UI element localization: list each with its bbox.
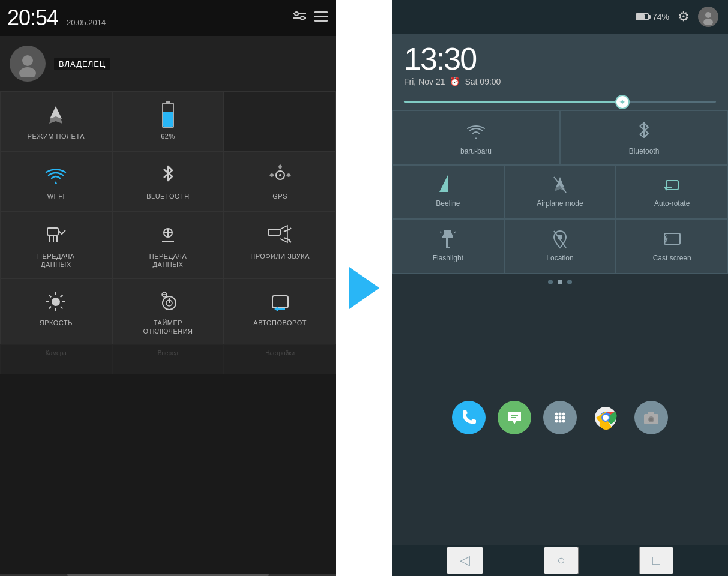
svg-point-57 xyxy=(562,413,565,416)
tile-brightness[interactable]: ЯРКОСТЬ xyxy=(0,278,112,345)
svg-point-10 xyxy=(279,174,281,176)
tile-bluetooth[interactable]: BLUETOOTH xyxy=(112,152,224,212)
qs-castscreen-icon xyxy=(663,229,681,250)
list-icon[interactable] xyxy=(313,10,329,26)
qs-airplane-icon xyxy=(551,174,569,196)
svg-point-61 xyxy=(555,420,558,423)
data-transfer2-icon xyxy=(157,223,179,247)
svg-rect-32 xyxy=(272,296,288,308)
svg-line-40 xyxy=(644,133,648,137)
right-time-section: 13:30 Fri, Nov 21 ⏰ Sat 09:00 xyxy=(392,34,728,94)
qs-wifi-icon xyxy=(466,121,486,142)
tile-timer-label: ТАЙМЕРОТКЛЮЧЕНИЯ xyxy=(143,319,193,336)
dock-chrome-icon[interactable] xyxy=(589,401,622,434)
svg-rect-11 xyxy=(47,228,58,235)
equalizer-icon[interactable] xyxy=(292,10,307,26)
qs-autorotate-icon xyxy=(663,174,681,196)
left-time: 20:54 xyxy=(7,5,58,31)
svg-point-7 xyxy=(22,55,33,66)
tile-bluetooth-label: BLUETOOTH xyxy=(146,192,190,200)
svg-point-62 xyxy=(559,420,562,423)
qs-autorotate-label: Auto-rotate xyxy=(654,199,690,208)
svg-point-35 xyxy=(703,19,713,25)
tile-airplane[interactable]: РЕЖИМ ПОЛЕТА xyxy=(0,92,112,152)
tile-battery[interactable]: 62% xyxy=(112,92,224,152)
svg-line-24 xyxy=(49,295,52,297)
qs-location-label: Location xyxy=(546,254,573,262)
qs-tile-autorotate[interactable]: Auto-rotate xyxy=(616,165,728,219)
qs-flashlight-label: Flashlight xyxy=(433,254,463,262)
app-dock xyxy=(392,290,728,545)
tile-timer[interactable]: ТАЙМЕРОТКЛЮЧЕНИЯ xyxy=(112,278,224,345)
svg-point-13 xyxy=(167,232,169,234)
autorotate-icon xyxy=(269,290,291,314)
right-panel: 74% ⚙ 13:30 Fri, Nov 21 ⏰ Sat 09:00 ✦ xyxy=(392,0,728,576)
partial-camera: Камера xyxy=(0,344,112,374)
tile-data1[interactable]: ПЕРЕДАЧАДАННЫХ xyxy=(0,212,112,278)
svg-line-18 xyxy=(289,240,291,242)
qs-beeline-icon xyxy=(439,174,456,196)
qs-row2: Beeline Airplane mode Auto-rotate xyxy=(392,164,728,219)
svg-rect-71 xyxy=(648,412,654,415)
avatar[interactable] xyxy=(10,46,46,82)
svg-line-37 xyxy=(640,123,644,126)
qs-location-icon xyxy=(552,229,568,250)
brightness-section: ✦ xyxy=(392,94,728,110)
qs-beeline-label: Beeline xyxy=(436,199,460,208)
qs-tile-castscreen[interactable]: Cast screen xyxy=(616,220,728,274)
dock-apps-icon[interactable] xyxy=(543,401,577,434)
battery-icon-small xyxy=(636,13,649,20)
svg-line-27 xyxy=(49,306,52,308)
tile-autorotate[interactable]: АВТОПОВОРОТ xyxy=(224,278,336,345)
brightness-slider[interactable]: ✦ xyxy=(404,101,716,103)
nav-home-button[interactable]: ○ xyxy=(544,547,578,574)
qs-tile-flashlight[interactable]: Flashlight xyxy=(392,220,504,274)
qs-tile-beeline[interactable]: Beeline xyxy=(392,165,504,219)
svg-rect-4 xyxy=(314,11,328,13)
svg-line-48 xyxy=(454,232,456,233)
tile-data2[interactable]: ПЕРЕДАЧАДАННЫХ xyxy=(112,212,224,278)
settings-gear-icon[interactable]: ⚙ xyxy=(678,9,690,25)
qs-bluetooth-label: Bluetooth xyxy=(629,147,660,155)
qs-wifi-label: baru-baru xyxy=(460,147,492,155)
qs-tile-bluetooth[interactable]: Bluetooth xyxy=(560,110,728,164)
nav-back-button[interactable]: ◁ xyxy=(447,547,483,574)
svg-line-39 xyxy=(644,123,648,127)
right-arrow-icon xyxy=(349,267,379,309)
data-transfer1-icon xyxy=(45,223,67,247)
page-dots xyxy=(392,274,728,290)
tile-battery-label: 62% xyxy=(161,132,175,140)
wifi-icon xyxy=(45,163,67,187)
qs-tile-location[interactable]: Location xyxy=(504,220,616,274)
right-date-line: Fri, Nov 21 ⏰ Sat 09:00 xyxy=(404,77,716,86)
dock-camera-icon[interactable] xyxy=(634,401,668,434)
tile-data2-label: ПЕРЕДАЧАДАННЫХ xyxy=(149,252,187,269)
dock-messages-icon[interactable] xyxy=(498,401,531,434)
svg-rect-14 xyxy=(268,229,280,235)
page-dot-3 xyxy=(567,280,572,284)
tile-wifi[interactable]: WI-FI xyxy=(0,152,112,212)
tile-brightness-label: ЯРКОСТЬ xyxy=(40,319,73,327)
alarm-icon: ⏰ xyxy=(450,77,460,86)
svg-point-8 xyxy=(19,67,36,77)
sound-icon xyxy=(268,223,292,247)
svg-point-55 xyxy=(555,413,558,416)
page-dot-1 xyxy=(548,280,553,284)
right-time: 13:30 xyxy=(404,43,716,74)
qs-tile-wifi[interactable]: baru-baru xyxy=(392,110,560,164)
qs-row1: baru-baru Bluetooth xyxy=(392,110,728,164)
qs-row3: Flashlight Location Cast xyxy=(392,219,728,274)
brightness-fill xyxy=(404,101,622,103)
dock-phone-icon[interactable] xyxy=(452,401,486,434)
nav-recents-button[interactable]: □ xyxy=(639,547,673,574)
bluetooth-icon xyxy=(160,163,176,187)
tile-gps[interactable]: GPS xyxy=(224,152,336,212)
tile-airplane-label: РЕЖИМ ПОЛЕТА xyxy=(28,132,85,140)
svg-point-56 xyxy=(559,413,562,416)
qs-bluetooth-icon xyxy=(637,121,651,142)
tile-sound[interactable]: ПРОФИЛИ ЗВУКА xyxy=(224,212,336,278)
qs-castscreen-label: Cast screen xyxy=(653,254,691,262)
user-avatar-right[interactable] xyxy=(698,7,718,27)
qs-tile-airplane[interactable]: Airplane mode xyxy=(504,165,616,219)
tile-data1-label: ПЕРЕДАЧАДАННЫХ xyxy=(37,252,75,269)
